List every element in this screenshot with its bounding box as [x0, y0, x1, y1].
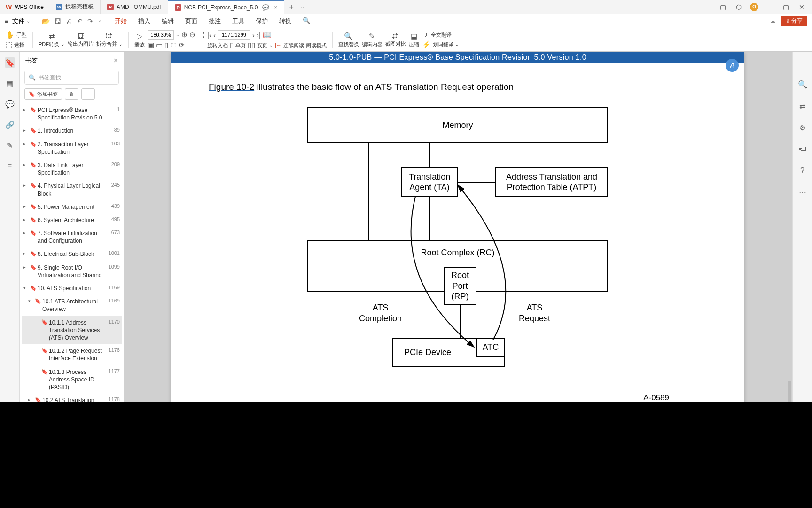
expand-arrow-icon[interactable] [35, 368, 39, 369]
bookmark-item[interactable]: 🔖 10.1.2 Page Request Interface Extensio… [22, 344, 122, 365]
save-icon[interactable]: 🖫 [55, 17, 61, 25]
zoom-input[interactable] [148, 30, 174, 40]
comments-icon[interactable]: 💬 [5, 99, 15, 109]
hamburger-icon[interactable]: ≡ [5, 17, 8, 25]
figure-link[interactable]: Figure 10-2 [209, 82, 254, 92]
bookmark-item[interactable]: ▸ 🔖 6. System Architecture 495 [22, 214, 122, 227]
new-tab-button[interactable]: + [284, 3, 298, 11]
close-icon[interactable]: × [114, 56, 118, 65]
bookmark-item[interactable]: ▸ 🔖 PCI Express® Base Specification Revi… [22, 103, 122, 124]
fit-icon[interactable]: ⛶ [197, 31, 204, 39]
tab-convert[interactable]: 转换 [279, 17, 291, 25]
bookmark-item[interactable]: 🔖 10.1.3 Process Address Space ID (PASID… [22, 365, 122, 394]
maximize-button[interactable]: ▢ [781, 2, 790, 12]
expand-arrow-icon[interactable]: ▸ [23, 216, 28, 222]
chevron-down-icon[interactable]: ⌄ [176, 32, 180, 37]
add-bookmark-button[interactable]: 🔖添加书签 [24, 88, 62, 100]
bookmark-item[interactable]: ▸ 🔖 5. Power Management 439 [22, 200, 122, 214]
floating-tool-icon[interactable]: 🖨 [726, 59, 739, 72]
bookmark-item[interactable]: 🔖 10.1.1 Address Translation Services (A… [22, 316, 122, 345]
expand-arrow-icon[interactable]: ▾ [28, 298, 33, 303]
bookmark-item[interactable]: ▾ 🔖 10.1 ATS Architectural Overview 1169 [22, 295, 122, 316]
tab-menu-button[interactable]: ⌄ [300, 4, 304, 10]
bookmark-panel-icon[interactable]: 🔖 [5, 57, 15, 68]
cloud-icon[interactable]: ☁ [770, 17, 776, 24]
export-image-button[interactable]: 🖼 输出为图片 [68, 32, 94, 48]
chevron-down-icon[interactable]: ⌄ [98, 17, 102, 25]
expand-arrow-icon[interactable]: ▸ [23, 203, 28, 209]
expand-arrow-icon[interactable] [35, 319, 39, 320]
bookmark-search[interactable]: 🔍 书签查找 [24, 71, 119, 85]
expand-arrow-icon[interactable]: ▸ [23, 127, 28, 133]
bookmark-item[interactable]: ▸ 🔖 8. Electrical Sub-Block 1001 [22, 247, 122, 261]
tag-icon[interactable]: 🏷 [797, 144, 808, 154]
tab-edit[interactable]: 编辑 [162, 17, 174, 25]
thumbnails-icon[interactable]: ▦ [5, 78, 15, 88]
settings-icon[interactable]: ⚙ [797, 122, 808, 133]
expand-arrow-icon[interactable]: ▸ [23, 161, 28, 167]
term-translate-button[interactable]: ⚡划词翻译⌄ [422, 40, 459, 49]
redo-icon[interactable]: ↷ [87, 17, 93, 25]
pdf-convert-button[interactable]: ⇄ PDF转换⌄ [39, 32, 65, 48]
tab-pci-express[interactable]: P NCB-PCI_Express_Base_5.0- 💬 × [168, 0, 285, 14]
play-button[interactable]: ▷ 播放 [134, 32, 145, 48]
search-rail-icon[interactable]: 🔍 [797, 79, 808, 89]
edit-content-button[interactable]: ✎编辑内容 [362, 32, 383, 48]
zoom-in-icon[interactable]: ⊕ [181, 31, 187, 39]
screenshot-compare-button[interactable]: ⿻截图对比 [385, 32, 406, 48]
grid-icon[interactable]: ▢ [718, 2, 727, 12]
tab-insert[interactable]: 插入 [138, 17, 150, 25]
tab-page[interactable]: 页面 [185, 17, 197, 25]
select-tool[interactable]: ⬚选择 [6, 40, 27, 49]
expand-arrow-icon[interactable]: ▾ [23, 285, 28, 290]
transfer-icon[interactable]: ⇄ [797, 101, 808, 111]
close-button[interactable]: ✕ [797, 2, 806, 12]
crop-icon[interactable]: ⬚ [170, 41, 177, 49]
expand-arrow-icon[interactable]: ▸ [23, 264, 28, 270]
bookmark-item[interactable]: ▸ 🔖 2. Transaction Layer Specification 1… [22, 138, 122, 159]
rotate-icon[interactable]: ⟳ [179, 41, 185, 49]
first-page-icon[interactable]: |‹ [207, 31, 211, 39]
zoom-out-icon[interactable]: ⊖ [189, 31, 195, 39]
close-icon[interactable]: × [274, 4, 277, 11]
delete-bookmark-button[interactable]: 🗑 [65, 88, 78, 100]
next-page-icon[interactable]: › [252, 31, 255, 39]
minimize-button[interactable]: — [765, 2, 774, 12]
expand-arrow-icon[interactable]: ▸ [23, 141, 28, 146]
avatar[interactable]: Ω [750, 3, 758, 11]
expand-arrow-icon[interactable]: ▸ [23, 230, 28, 235]
layers-icon[interactable]: ≡ [5, 161, 15, 171]
search-icon[interactable]: 🔍 [303, 17, 310, 25]
more-rail-icon[interactable]: ⋯ [797, 187, 808, 198]
tab-annotate[interactable]: 批注 [209, 17, 221, 25]
bookmark-item[interactable]: ▸ 🔖 9. Single Root I/O Virtualization an… [22, 261, 122, 282]
edit-panel-icon[interactable]: ✎ [5, 140, 15, 151]
find-replace-button[interactable]: 🔍查找替换 [338, 32, 359, 48]
expand-arrow-icon[interactable]: ▸ [23, 106, 28, 112]
tab-amd-iommu[interactable]: P AMD_IOMMU.pdf [101, 0, 168, 14]
bookmark-item[interactable]: ▸ 🔖 4. Physical Layer Logical Block 245 [22, 179, 122, 200]
share-button[interactable]: ⇪ 分享 [781, 16, 807, 26]
split-merge-button[interactable]: ⿻ 拆分合并⌄ [96, 32, 123, 48]
undo-icon[interactable]: ↶ [77, 17, 83, 25]
open-icon[interactable]: 📂 [42, 17, 50, 25]
double-page-icon[interactable]: ▯▯ [248, 41, 255, 49]
expand-arrow-icon[interactable]: ▸ [23, 182, 28, 188]
read-mode-button[interactable]: 阅读模式 [306, 42, 327, 49]
full-translate-button[interactable]: 🈂全文翻译 [422, 31, 459, 39]
single-page-icon[interactable]: ▯ [230, 41, 234, 49]
cube-icon[interactable]: ⬡ [734, 2, 743, 12]
tab-start[interactable]: 开始 [115, 17, 127, 25]
bookmark-more-button[interactable]: ⋯ [81, 88, 95, 100]
minimize-rail-icon[interactable]: — [797, 57, 808, 68]
continuous-icon[interactable]: |← [275, 42, 281, 48]
tab-template[interactable]: W 找稻壳模板 [49, 0, 101, 14]
expand-arrow-icon[interactable] [35, 347, 39, 348]
tab-protect[interactable]: 保护 [256, 17, 268, 25]
attachments-icon[interactable]: 🔗 [5, 119, 15, 130]
page-input[interactable] [218, 30, 250, 40]
bookmark-item[interactable]: ▸ 🔖 3. Data Link Layer Specification 209 [22, 159, 122, 179]
bookmark-item[interactable]: ▾ 🔖 10. ATS Specification 1169 [22, 282, 122, 295]
rotate-button[interactable]: 旋转文档 [207, 42, 228, 49]
compress-button[interactable]: ⬓压缩 [409, 32, 419, 48]
